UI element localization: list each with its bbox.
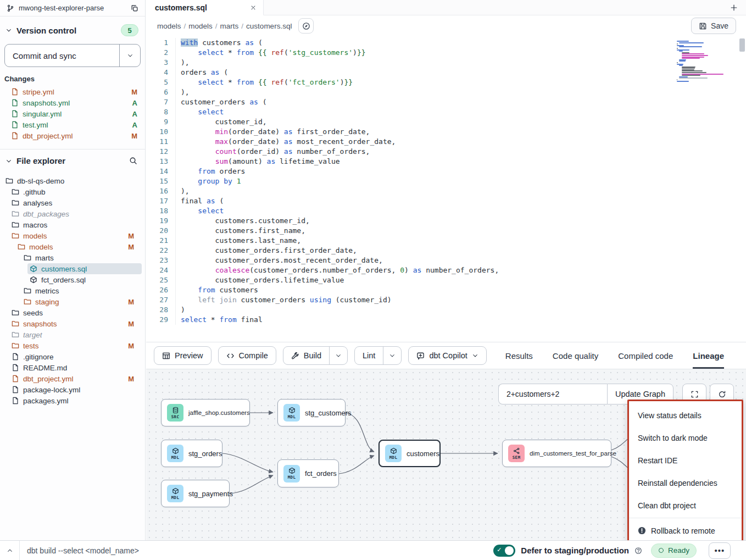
commit-and-sync-button[interactable]: Commit and sync [5,45,119,66]
file-explorer-header[interactable]: File explorer [0,149,145,171]
copy-icon[interactable] [131,4,138,12]
node-type-badge: MDL [167,485,183,502]
file-icon [11,99,19,107]
lint-options-button[interactable] [383,347,401,364]
tree-item--github[interactable]: .github [9,186,142,197]
expand-command-bar-button[interactable] [0,541,20,560]
node-type-badge: MDL [283,465,300,483]
lineage-node-dim_customers_test_for_parse[interactable]: SEM dim_customers_test_for_parse [502,440,611,467]
menu-item-restart-ide[interactable]: Restart IDE [629,449,742,472]
breadcrumb-row: models/models/marts/customers.sql Save [146,15,746,36]
modified-badge: M [128,243,134,251]
file-tree: db-sl-qs-demo .github analyses dbt_packa… [0,171,145,406]
changed-file-row[interactable]: stripe.yml M [0,86,145,97]
tree-item-dbt-packages[interactable]: dbt_packages [9,208,142,219]
tree-item-metrics[interactable]: metrics [21,285,142,296]
changed-file-row[interactable]: test.yml A [0,119,145,130]
tree-item-macros[interactable]: macros [9,219,142,230]
help-icon[interactable] [634,547,642,555]
breadcrumb: models/models/marts/customers.sql [157,22,292,30]
folder-icon [12,232,19,240]
tree-item--gitignore[interactable]: .gitignore [9,351,142,362]
code-line: select * from {{ ref('stg_customers')}} [181,48,499,58]
code-line: from orders [181,167,499,176]
editor-scrollbar[interactable] [739,38,745,52]
navigate-button[interactable] [298,18,314,34]
changed-file-name: test.yml [23,121,129,129]
breadcrumb-item[interactable]: models [157,22,181,30]
change-status-badge: A [132,99,137,107]
tree-item-packages-yml[interactable]: packages.yml [9,395,142,406]
compile-button[interactable]: Compile [218,346,276,365]
defer-toggle[interactable]: ✓ [493,545,515,557]
editor-minimap[interactable] [677,41,732,85]
lineage-node-jaffle_shop.customers[interactable]: SRC jaffle_shop.customers [161,399,250,426]
tree-item-customers-sql[interactable]: customers.sql [27,263,142,274]
changed-file-row[interactable]: snapshots.yml A [0,97,145,108]
tree-item-target[interactable]: target [9,329,142,340]
tab-title: customers.sql [155,3,244,12]
tree-item-package-lock-yml[interactable]: package-lock.yml [9,384,142,395]
tree-item-models[interactable]: modelsM [9,230,142,241]
lint-button[interactable]: Lint [355,347,383,364]
lineage-node-stg_payments[interactable]: MDL stg_payments [161,480,230,507]
tree-item-tests[interactable]: testsM [9,340,142,351]
line-number: 20 [146,226,168,236]
tree-item-snapshots[interactable]: snapshotsM [9,318,142,329]
tree-item-dbt-project-yml[interactable]: dbt_project.ymlM [9,373,142,384]
tree-item-readme-md[interactable]: README.md [9,362,142,373]
changed-file-row[interactable]: singular.yml A [0,108,145,119]
tree-item-fct-orders-sql[interactable]: fct_orders.sql [27,274,142,285]
tree-item-staging[interactable]: stagingM [21,296,142,307]
tree-item-analyses[interactable]: analyses [9,197,142,208]
preview-button[interactable]: Preview [154,346,211,365]
lineage-node-fct_orders[interactable]: MDL fct_orders [277,459,339,487]
panel-tab-results[interactable]: Results [505,342,533,369]
line-number: 19 [146,216,168,226]
line-number: 29 [146,315,168,325]
search-icon[interactable] [129,157,137,165]
more-options-button[interactable]: ••• [709,542,731,559]
build-options-button[interactable] [329,347,347,364]
line-number: 9 [146,117,168,127]
version-control-header[interactable]: Version control 5 [0,16,145,42]
save-button[interactable]: Save [691,18,736,34]
menu-item-clean-dbt-project[interactable]: Clean dbt project [629,494,742,517]
breadcrumb-item[interactable]: marts [220,22,239,30]
chevron-down-icon [335,352,342,359]
tab-customers-sql[interactable]: customers.sql [146,0,264,15]
close-icon[interactable] [250,4,257,11]
node-type-label: MDL [288,475,296,480]
changed-file-row[interactable]: dbt_project.yml M [0,130,145,141]
lineage-node-stg_customers[interactable]: MDL stg_customers [277,399,346,426]
breadcrumb-item[interactable]: models [188,22,213,30]
node-type-label: MDL [171,495,179,500]
tree-item-db-sl-qs-demo[interactable]: db-sl-qs-demo [3,175,142,186]
new-tab-button[interactable] [722,0,746,15]
menu-item-switch-to-dark-mode[interactable]: Switch to dark mode [629,426,742,449]
file-icon [11,121,19,129]
folder-icon [12,188,19,196]
tree-item-models[interactable]: modelsM [15,241,142,252]
lineage-node-customers[interactable]: MDL customers [378,440,441,467]
build-button[interactable]: Build [283,347,329,364]
breadcrumb-item[interactable]: customers.sql [246,22,292,30]
commit-options-button[interactable] [119,45,140,66]
panel-tab-code-quality[interactable]: Code quality [553,342,598,369]
panel-tab-lineage[interactable]: Lineage [693,342,724,369]
tree-item-marts[interactable]: marts [21,252,142,263]
plus-icon [730,4,738,12]
command-placeholder[interactable]: dbt build --select <model_name> [20,546,493,555]
menu-item-rollback-to-remote[interactable]: Rollback to remote [629,519,742,542]
panel-tab-compiled-code[interactable]: Compiled code [618,342,673,369]
chevron-down-icon [127,52,133,59]
menu-item-reinstall-dependencies[interactable]: Reinstall dependencies [629,472,742,494]
lineage-node-stg_orders[interactable]: MDL stg_orders [161,440,222,467]
tree-item-seeds[interactable]: seeds [9,307,142,318]
menu-item-view-status-details[interactable]: View status details [629,404,742,426]
code-editor[interactable]: 1234567891011121314151617181920212223242… [146,36,746,342]
change-status-badge: A [132,110,137,118]
lineage-search-input[interactable] [498,384,607,404]
compass-icon [302,22,310,30]
dbt-copilot-button[interactable]: dbt Copilot [408,346,486,365]
